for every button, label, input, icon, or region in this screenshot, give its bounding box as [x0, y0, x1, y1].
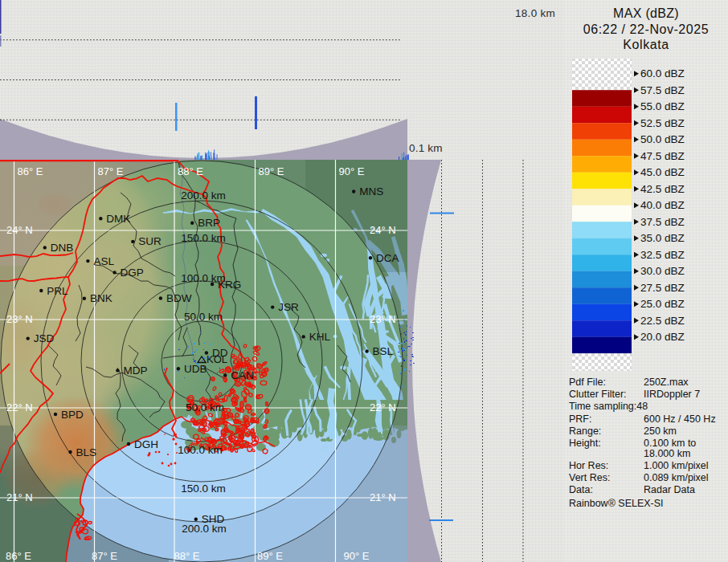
svg-text:47.5 dBZ: 47.5 dBZ	[640, 150, 685, 162]
svg-text:UDB: UDB	[184, 363, 207, 375]
svg-text:100.0 km: 100.0 km	[181, 272, 226, 284]
svg-text:BLS: BLS	[76, 446, 97, 458]
svg-text:55.0 dBZ: 55.0 dBZ	[640, 100, 685, 112]
svg-text:86° E: 86° E	[6, 550, 31, 562]
svg-text:22.5 dBZ: 22.5 dBZ	[640, 315, 685, 327]
svg-text:89° E: 89° E	[259, 165, 284, 177]
svg-text:0.089 km/pixel: 0.089 km/pixel	[644, 472, 709, 483]
svg-text:Pdf File:: Pdf File:	[569, 377, 606, 388]
svg-text:600 Hz / 450 Hz: 600 Hz / 450 Hz	[644, 413, 716, 425]
svg-text:18.000 km: 18.000 km	[644, 448, 690, 459]
svg-text:88° E: 88° E	[174, 550, 200, 562]
svg-text:32.5 dBZ: 32.5 dBZ	[640, 249, 685, 261]
svg-text:1.000 km/pixel: 1.000 km/pixel	[644, 460, 709, 471]
svg-text:37.5 dBZ: 37.5 dBZ	[640, 216, 685, 228]
svg-text:Vert Res:: Vert Res:	[569, 472, 610, 483]
svg-text:06:22 / 22-Nov-2025: 06:22 / 22-Nov-2025	[583, 22, 709, 36]
svg-text:24° N: 24° N	[6, 224, 33, 236]
svg-text:DMK: DMK	[106, 213, 130, 225]
svg-text:JSR: JSR	[278, 301, 299, 313]
svg-text:90° E: 90° E	[344, 550, 370, 562]
svg-text:DNB: DNB	[51, 242, 74, 254]
svg-text:PRL: PRL	[47, 285, 68, 297]
svg-text:89° E: 89° E	[257, 550, 283, 562]
svg-text:MNS: MNS	[359, 185, 383, 198]
svg-text:250 km: 250 km	[644, 426, 677, 437]
svg-text:Rainbow® SELEX-SI: Rainbow® SELEX-SI	[569, 498, 664, 509]
svg-text:Data:: Data:	[569, 484, 593, 495]
svg-text:23° N: 23° N	[6, 313, 33, 325]
svg-text:BPD: BPD	[61, 409, 84, 421]
svg-text:Time sampling:48: Time sampling:48	[569, 401, 648, 412]
svg-text:BNK: BNK	[90, 292, 112, 304]
svg-text:MDP: MDP	[123, 364, 147, 377]
svg-text:35.0 dBZ: 35.0 dBZ	[640, 232, 685, 244]
svg-text:52.5 dBZ: 52.5 dBZ	[640, 117, 685, 129]
svg-text:200.0 km: 200.0 km	[181, 189, 226, 202]
svg-text:BSL: BSL	[373, 345, 394, 357]
svg-text:Height:: Height:	[569, 438, 601, 449]
svg-text:50.0 km: 50.0 km	[186, 401, 224, 413]
svg-text:250Z.max: 250Z.max	[644, 377, 689, 388]
svg-text:KHL: KHL	[309, 331, 331, 343]
svg-text:45.0 dBZ: 45.0 dBZ	[640, 166, 685, 178]
svg-text:150.0 km: 150.0 km	[181, 232, 226, 244]
svg-text:23° N: 23° N	[370, 313, 396, 325]
svg-text:0.1 km: 0.1 km	[409, 142, 443, 154]
svg-text:22° N: 22° N	[6, 401, 33, 413]
svg-text:18.0 km: 18.0 km	[515, 7, 555, 19]
svg-text:CAN: CAN	[231, 369, 254, 381]
svg-text:MAX (dBZ): MAX (dBZ)	[613, 6, 679, 20]
svg-text:DGP: DGP	[121, 267, 144, 279]
svg-text:BRP: BRP	[198, 217, 220, 229]
svg-text:40.0 dBZ: 40.0 dBZ	[640, 199, 685, 211]
svg-text:IIRDoppler 7: IIRDoppler 7	[644, 389, 700, 400]
svg-text:90° E: 90° E	[339, 165, 365, 177]
svg-text:Kolkata: Kolkata	[623, 38, 669, 51]
svg-text:20.0 dBZ: 20.0 dBZ	[640, 331, 685, 343]
svg-text:BDW: BDW	[166, 292, 192, 304]
svg-text:87° E: 87° E	[98, 165, 124, 177]
svg-text:21° N: 21° N	[6, 491, 33, 503]
svg-text:24° N: 24° N	[370, 224, 396, 236]
svg-text:PRF:: PRF:	[569, 413, 591, 425]
svg-text:200.0 km: 200.0 km	[182, 523, 227, 535]
svg-text:ASL: ASL	[93, 255, 114, 267]
svg-text:Clutter Filter:: Clutter Filter:	[569, 389, 627, 400]
svg-text:22° N: 22° N	[370, 401, 396, 413]
svg-text:50.0 km: 50.0 km	[184, 311, 223, 323]
svg-text:42.5 dBZ: 42.5 dBZ	[640, 183, 685, 195]
svg-text:50.0 dBZ: 50.0 dBZ	[640, 133, 685, 145]
svg-text:87° E: 87° E	[92, 550, 117, 562]
svg-text:88° E: 88° E	[178, 165, 203, 177]
svg-text:30.0 dBZ: 30.0 dBZ	[640, 265, 685, 277]
svg-text:DGH: DGH	[134, 438, 158, 450]
svg-text:57.5 dBZ: 57.5 dBZ	[640, 84, 685, 96]
svg-text:Radar Data: Radar Data	[644, 484, 695, 495]
svg-text:27.5 dBZ: 27.5 dBZ	[640, 282, 685, 294]
svg-text:100.0 km: 100.0 km	[178, 444, 223, 456]
svg-text:Hor Res:: Hor Res:	[569, 460, 608, 471]
svg-text:86° E: 86° E	[18, 165, 43, 177]
svg-text:DCA: DCA	[376, 252, 399, 264]
svg-text:21° N: 21° N	[370, 491, 396, 503]
svg-text:Range:: Range:	[569, 426, 601, 437]
svg-text:SUR: SUR	[138, 235, 162, 247]
svg-text:JSD: JSD	[34, 332, 55, 344]
svg-text:150.0 km: 150.0 km	[181, 483, 226, 495]
svg-text:60.0 dBZ: 60.0 dBZ	[640, 67, 685, 79]
svg-text:25.0 dBZ: 25.0 dBZ	[640, 298, 685, 310]
svg-text:KOL: KOL	[207, 353, 227, 365]
svg-text:0.100 km to: 0.100 km to	[644, 438, 696, 449]
